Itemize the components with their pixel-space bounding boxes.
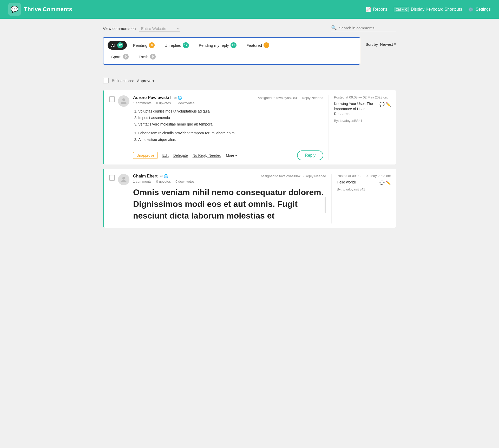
comment-2-post-icons: 💬 ✏️	[379, 180, 391, 185]
comment-2-downvotes: 0 downvotes	[175, 180, 194, 183]
bulk-actions-label: Bulk actions:	[112, 78, 134, 83]
keyboard-shortcut-badge: Ctrl + K	[394, 7, 409, 12]
list-item: A molestiae atque alias	[138, 136, 323, 143]
comment-2-author: Chaim Ebert	[133, 174, 157, 179]
edit-button[interactable]: Edit	[162, 153, 169, 157]
comment-1-upvotes: 0 upvotes	[156, 101, 171, 105]
bulk-action-dropdown[interactable]: Approve ▾	[137, 78, 154, 83]
comment-2-right: Posted at 09:08 — 02 May 2023 on: Hello …	[331, 174, 391, 223]
more-label: More	[226, 153, 234, 157]
tab-featured[interactable]: Featured 0	[243, 41, 273, 50]
comment-card: Aurore Powlowski I ✉ 🌐 Assigned to toval…	[103, 90, 396, 164]
comment-card-2: Chaim Ebert ✉ 🌐 Assigned to tovaloyasi88…	[103, 169, 396, 228]
comment-1-author: Aurore Powlowski I	[133, 95, 172, 100]
tab-pending[interactable]: Pending 0	[129, 41, 158, 50]
comment-1-downvotes: 0 downvotes	[175, 101, 194, 105]
sort-button[interactable]: Newest ▾	[380, 42, 396, 47]
search-input[interactable]	[339, 26, 396, 30]
comment-1-posted-at: Posted at 09:08 — 02 May 2023 on:	[334, 95, 391, 99]
tab-unreplied[interactable]: Unreplied 12	[161, 41, 193, 50]
tab-all-badge: 12	[117, 42, 123, 48]
sort-area: Sort by Newest ▾	[365, 42, 396, 47]
sort-chevron-icon: ▾	[394, 42, 396, 47]
search-area: 🔍	[331, 25, 396, 32]
tab-featured-badge: 0	[264, 42, 269, 48]
delegate-button[interactable]: Delegate	[173, 153, 188, 157]
no-reply-needed-button[interactable]: No Reply Needed	[193, 153, 221, 157]
filter-tabs: All 12 Pending 0 Unreplied 12 Pending my…	[103, 37, 360, 65]
comment-2-meta: 1 comments 0 upvotes 0 downvotes	[133, 180, 326, 183]
bulk-select-checkbox[interactable]	[103, 78, 109, 83]
comment-2-assigned: Assigned to tovaloyasi8841 - Reply Neede…	[261, 174, 326, 178]
tab-spam-label: Spam	[111, 55, 121, 59]
keyboard-shortcuts-nav-item[interactable]: Ctrl + K Display Keyboard Shortcuts	[394, 7, 462, 12]
bulk-action-chevron-icon: ▾	[153, 79, 154, 83]
tab-pending-my-reply-label: Pending my reply	[199, 43, 229, 48]
tab-pending-my-reply-badge: 12	[231, 42, 237, 48]
tab-pending-badge: 0	[149, 42, 155, 48]
tab-spam-badge: 0	[123, 54, 129, 60]
comment-1-post-by: By: tovaloyasi8841	[334, 119, 391, 123]
comment-1-post-icons: 💬 ✏️	[379, 102, 391, 107]
reply-button[interactable]: Reply	[297, 150, 323, 160]
reports-label: Reports	[373, 7, 388, 12]
view-comments-label: View comments on	[103, 26, 136, 31]
comment-2-posted-at: Posted at 09:08 — 02 May 2023 on:	[337, 174, 391, 178]
comment-icon: 💬	[379, 102, 385, 107]
comment-1-list-2: Laboriosam reiciendis provident tempora …	[133, 130, 323, 143]
comment-2-avatar	[118, 174, 129, 185]
tab-trash[interactable]: Trash 0	[135, 52, 159, 61]
comment-icon: 💬	[379, 180, 385, 185]
comment-1-right: Posted at 09:08 — 02 May 2023 on: Knowin…	[329, 95, 391, 160]
edit-icon: ✏️	[386, 102, 391, 107]
tab-all[interactable]: All 12	[108, 41, 127, 50]
scroll-indicator	[325, 197, 326, 213]
tab-pending-my-reply[interactable]: Pending my reply 12	[195, 41, 240, 50]
comment-2-post-title: Hello world!	[337, 180, 378, 185]
comment-2-upvotes: 0 upvotes	[156, 180, 171, 183]
comment-1-actions: Unapprove Edit Delegate No Reply Needed …	[133, 147, 323, 160]
tab-pending-label: Pending	[133, 43, 147, 48]
header-nav: 📈 Reports Ctrl + K Display Keyboard Shor…	[366, 7, 491, 12]
unapprove-button[interactable]: Unapprove	[133, 152, 158, 159]
list-item: Veritatis vero molestiae nemo quo ab tem…	[138, 121, 323, 128]
list-item: Voluptas dignissimos ut voluptatibus ad …	[138, 108, 323, 115]
comment-2-contact-icons: ✉ 🌐	[160, 174, 168, 178]
logo-text: Thrive Comments	[24, 6, 72, 13]
view-comments-select[interactable]: Entire Website	[139, 25, 180, 32]
tab-unreplied-label: Unreplied	[165, 43, 181, 48]
comment-1-avatar	[118, 95, 129, 107]
comment-1-list-1: Voluptas dignissimos ut voluptatibus ad …	[133, 108, 323, 128]
comment-2-checkbox[interactable]	[109, 175, 115, 181]
sort-label: Sort by	[365, 42, 378, 47]
app-header: 💬 Thrive Comments 📈 Reports Ctrl + K Dis…	[0, 0, 499, 19]
list-item: Laboriosam reiciendis provident tempora …	[138, 130, 323, 136]
comment-1-post-title: Knowing Your User. The importance of Use…	[334, 101, 378, 117]
sort-value: Newest	[380, 42, 393, 47]
more-button[interactable]: More ▾	[226, 153, 237, 157]
logo: 💬 Thrive Comments	[8, 3, 72, 16]
comment-1-checkbox[interactable]	[109, 96, 115, 102]
comment-1-body: Aurore Powlowski I ✉ 🌐 Assigned to toval…	[133, 95, 323, 160]
more-chevron-icon: ▾	[235, 153, 237, 157]
comment-2-post-by: By: tovaloyasi8841	[337, 187, 391, 191]
settings-nav-item[interactable]: ⚙️ Settings	[468, 7, 491, 12]
settings-icon: ⚙️	[468, 7, 474, 12]
tab-trash-label: Trash	[139, 55, 148, 59]
logo-icon: 💬	[8, 3, 21, 16]
tab-trash-badge: 0	[150, 54, 156, 60]
tab-all-label: All	[111, 43, 116, 48]
comment-1-assigned: Assigned to tovaloyasi8841 - Reply Neede…	[258, 96, 323, 100]
tab-unreplied-badge: 12	[183, 42, 189, 48]
tab-spam[interactable]: Spam 0	[108, 52, 132, 61]
reports-nav-item[interactable]: 📈 Reports	[366, 7, 388, 12]
comment-1-contact-icons: ✉ 🌐	[174, 96, 182, 100]
settings-label: Settings	[476, 7, 491, 12]
bulk-action-value: Approve	[137, 78, 152, 83]
reports-icon: 📈	[366, 7, 371, 12]
edit-icon: ✏️	[386, 180, 391, 185]
comment-2-large-text: Omnis veniam nihil nemo consequatur dolo…	[133, 187, 326, 221]
comment-1-meta: 1 comments 0 upvotes 0 downvotes	[133, 101, 323, 105]
main-content: View comments on Entire Website 🔍 All 12…	[99, 19, 400, 238]
list-item: Impedit assumenda	[138, 115, 323, 121]
